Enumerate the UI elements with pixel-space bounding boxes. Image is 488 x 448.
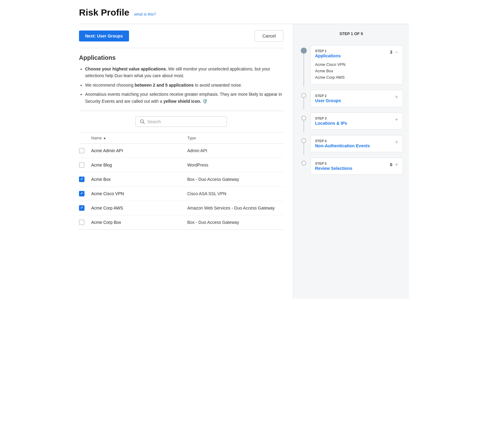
- step-name-label-1: Applications: [315, 53, 341, 58]
- step-card-1: STEP 1Applications3−Acme Cisco VPNAcme B…: [310, 45, 403, 84]
- bullet-1: Choose your highest value applications. …: [85, 66, 283, 79]
- row-checkbox-3[interactable]: [79, 191, 84, 196]
- search-box: [135, 116, 227, 127]
- row-checkbox-0[interactable]: [79, 148, 84, 153]
- cell-type: Amazon Web Services - Duo Access Gateway: [187, 206, 283, 210]
- step-action-icon-5[interactable]: +: [395, 162, 398, 168]
- step-line-1: [303, 54, 304, 87]
- step-number-label-4: STEP 4: [315, 139, 370, 143]
- checkbox-cell[interactable]: [79, 205, 91, 211]
- step-line-4: [303, 143, 304, 155]
- table-row: Acme Admin API Admin API: [79, 144, 283, 158]
- search-divider: [79, 111, 283, 111]
- col-type-header: Type: [187, 136, 283, 140]
- search-input[interactable]: [147, 119, 222, 124]
- step-action-icon-3[interactable]: +: [395, 116, 398, 123]
- step-number-label-1: STEP 1: [315, 49, 341, 53]
- col-name-header[interactable]: Name ▲: [91, 136, 187, 140]
- row-checkbox-4[interactable]: [79, 205, 84, 211]
- checkbox-cell[interactable]: [79, 220, 91, 225]
- step-card-4: STEP 4Non-Authentication Events+: [310, 135, 403, 152]
- step-dot-5: [301, 161, 306, 166]
- bullet-2: We recommend choosing between 2 and 5 ap…: [85, 82, 283, 88]
- step-dot-4: [301, 138, 306, 143]
- step-action-icon-1[interactable]: −: [395, 49, 398, 55]
- step-line-3: [303, 120, 304, 132]
- table-row: Acme Box Box - Duo Access Gateway: [79, 172, 283, 187]
- svg-point-0: [141, 120, 144, 123]
- step-dot-3: [301, 116, 306, 120]
- step-card-2: STEP 2User Groups+: [310, 90, 403, 107]
- bullet-3: Anomalous events matching your selection…: [85, 91, 283, 105]
- step-item: Acme Cisco VPN: [315, 61, 398, 68]
- shield-emoji: 🛡️: [202, 99, 207, 104]
- table-header: Name ▲ Type: [79, 133, 283, 144]
- section-title: Applications: [79, 54, 283, 61]
- checkbox-cell[interactable]: [79, 177, 91, 182]
- sort-arrow: ▲: [103, 136, 106, 140]
- svg-line-1: [143, 122, 145, 124]
- step-indicator: STEP 1 OF 5: [300, 31, 403, 36]
- applications-table: Name ▲ Type Acme Admin API Admin API Acm…: [79, 132, 283, 230]
- page-title: Risk Profile: [79, 7, 129, 18]
- table-row: Acme Cisco VPN Cisco ASA SSL VPN: [79, 187, 283, 201]
- applications-description: Choose your highest value applications. …: [79, 66, 283, 105]
- step-items-1: Acme Cisco VPNAcme BoxAcme Corp AWS: [315, 61, 398, 81]
- step-action-icon-4[interactable]: +: [395, 139, 398, 145]
- step-dot-2: [301, 93, 306, 98]
- step-name-label-4: Non-Authentication Events: [315, 143, 370, 148]
- cell-type: Box - Duo Access Gateway: [187, 220, 283, 225]
- bullet-3-bold: yellow shield icon.: [163, 99, 201, 104]
- step-card-3: STEP 3Locations & IPs+: [310, 113, 403, 130]
- step-card-5: STEP 5Review Selections0+: [310, 158, 403, 175]
- step-line-2: [303, 98, 304, 109]
- what-is-this-link[interactable]: what is this?: [134, 12, 156, 16]
- next-button[interactable]: Next: User Groups: [79, 30, 129, 41]
- step-number-label-3: STEP 3: [315, 116, 347, 120]
- search-container: [79, 116, 283, 127]
- cell-name: Acme Corp AWS: [91, 206, 187, 210]
- table-row: Acme Blog WordPress: [79, 158, 283, 172]
- cell-name: Acme Box: [91, 177, 187, 182]
- row-checkbox-5[interactable]: [79, 220, 84, 225]
- bullet-2-pre: We recommend choosing: [85, 83, 135, 88]
- cell-type: Box - Duo Access Gateway: [187, 177, 283, 182]
- right-panel: STEP 1 OF 5 STEP 1Applications3−Acme Cis…: [293, 24, 409, 299]
- step-name-label-3: Locations & IPs: [315, 121, 347, 126]
- step-dot-1: [301, 48, 307, 54]
- step-number-label-5: STEP 5: [315, 162, 352, 165]
- row-checkbox-2[interactable]: [79, 177, 84, 182]
- toolbar: Next: User Groups Cancel: [79, 24, 283, 48]
- checkbox-cell[interactable]: [79, 148, 91, 153]
- cancel-button[interactable]: Cancel: [255, 30, 283, 42]
- table-row: Acme Corp Box Box - Duo Access Gateway: [79, 215, 283, 230]
- cell-type: Admin API: [187, 148, 283, 153]
- step-count-5: 0: [390, 162, 393, 167]
- step-action-icon-2[interactable]: +: [395, 94, 398, 100]
- toolbar-divider: [79, 48, 283, 48]
- bullet-1-bold: Choose your highest value applications.: [85, 66, 167, 71]
- bullet-2-post: to avoid unwanted noise.: [195, 83, 242, 88]
- checkbox-cell[interactable]: [79, 162, 91, 168]
- cell-name: Acme Admin API: [91, 148, 187, 153]
- cell-name: Acme Cisco VPN: [91, 191, 187, 196]
- bullet-2-bold: between 2 and 5 applications: [135, 83, 194, 88]
- col-name-label: Name: [91, 136, 102, 140]
- step-count-1: 3: [390, 50, 393, 55]
- table-rows: Acme Admin API Admin API Acme Blog WordP…: [79, 144, 283, 230]
- checkbox-cell[interactable]: [79, 191, 91, 196]
- step-name-label-2: User Groups: [315, 98, 341, 103]
- step-item: Acme Box: [315, 68, 398, 74]
- step-name-label-5: Review Selections: [315, 166, 352, 171]
- row-checkbox-1[interactable]: [79, 162, 84, 168]
- cell-name: Acme Blog: [91, 163, 187, 167]
- cell-type: WordPress: [187, 163, 283, 167]
- step-number-label-2: STEP 2: [315, 94, 341, 98]
- col-checkbox-header: [79, 136, 91, 140]
- left-panel: Next: User Groups Cancel Applications Ch…: [79, 24, 293, 230]
- cell-name: Acme Corp Box: [91, 220, 187, 225]
- cell-type: Cisco ASA SSL VPN: [187, 191, 283, 196]
- stepper-container: STEP 1Applications3−Acme Cisco VPNAcme B…: [300, 42, 403, 177]
- step-item: Acme Corp AWS: [315, 74, 398, 81]
- table-row: Acme Corp AWS Amazon Web Services - Duo …: [79, 201, 283, 215]
